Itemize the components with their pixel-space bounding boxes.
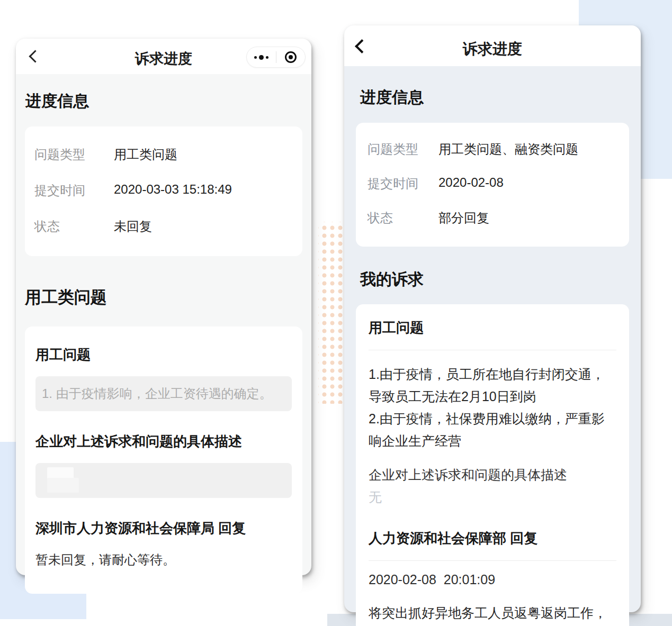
divider (369, 560, 616, 561)
exit-target-icon[interactable] (276, 47, 306, 67)
section-title-progress-info: 进度信息 (356, 66, 629, 108)
progress-info-card: 问题类型 用工类问题、融资类问题 提交时间 2020-02-08 状态 部分回复 (356, 123, 629, 247)
reply-text: 将突出抓好异地务工人员返粤返岗工作，精准摸查招工用工情况，引导节后务工人员分散分… (369, 602, 616, 626)
info-label: 问题类型 (368, 141, 438, 158)
more-icon[interactable] (247, 47, 276, 67)
description-box (35, 463, 292, 498)
reply-text: 暂未回复，请耐心等待。 (35, 551, 292, 568)
labor-issue-card: 用工问题 1. 由于疫情影响，企业工资待遇的确定。 企业对上述诉求和问题的具体描… (25, 326, 302, 594)
info-row-submit-time: 提交时间 2020-03-03 15:18:49 (34, 182, 293, 199)
question-title: 用工问题 (369, 319, 616, 337)
info-value: 2020-03-03 15:18:49 (114, 182, 232, 197)
info-row-type: 问题类型 用工类问题、融资类问题 (368, 141, 617, 158)
divider (369, 350, 616, 350)
reply-time: 2020-02-08 20:01:09 (369, 572, 616, 587)
screenshot-right: 诉求进度 进度信息 问题类型 用工类问题、融资类问题 提交时间 2020-02-… (344, 25, 641, 612)
reply-title: 深圳市人力资源和社会保障局 回复 (35, 519, 292, 538)
info-label: 状态 (368, 210, 438, 226)
progress-info-card: 问题类型 用工类问题 提交时间 2020-03-03 15:18:49 状态 未… (25, 126, 302, 256)
section-title-labor-issues: 用工类问题 (25, 286, 302, 309)
info-label: 提交时间 (34, 182, 114, 199)
question-line: 2.由于疫情，社保费用难以缴纳，严重影响企业生产经营 (369, 407, 616, 452)
section-title-progress-info: 进度信息 (25, 74, 302, 112)
info-row-status: 状态 未回复 (34, 218, 293, 235)
right-page-title: 诉求进度 (344, 39, 641, 59)
page-background: 诉求进度 进度信息 问题类型 用工类问题 提交时间 2020-03-03 15:… (0, 0, 672, 626)
question-input-box: 1. 由于疫情影响，企业工资待遇的确定。 (35, 376, 292, 411)
question-placeholder: 1. 由于疫情影响，企业工资待遇的确定。 (42, 385, 272, 402)
right-navbar: 诉求进度 (344, 25, 641, 66)
section-title-my-appeal: 我的诉求 (356, 269, 629, 291)
description-title: 企业对上述诉求和问题的具体描述 (369, 466, 616, 484)
info-value: 用工类问题 (114, 146, 177, 163)
left-body: 进度信息 问题类型 用工类问题 提交时间 2020-03-03 15:18:49… (16, 74, 311, 594)
question-text: 1.由于疫情，员工所在地自行封闭交通，导致员工无法在2月10日到岗 2.由于疫情… (369, 363, 616, 452)
info-label: 问题类型 (34, 146, 114, 163)
miniapp-capsule (246, 47, 306, 68)
right-body: 进度信息 问题类型 用工类问题、融资类问题 提交时间 2020-02-08 状态… (344, 66, 641, 626)
info-value: 用工类问题、融资类问题 (438, 141, 578, 158)
question-line: 1.由于疫情，员工所在地自行封闭交通，导致员工无法在2月10日到岗 (369, 363, 616, 407)
question-title: 用工问题 (35, 346, 292, 364)
info-value: 2020-02-08 (438, 175, 504, 190)
left-navbar: 诉求进度 (16, 39, 311, 74)
status-value: 未回复 (114, 218, 152, 235)
info-row-submit-time: 提交时间 2020-02-08 (368, 175, 617, 192)
reply-title: 人力资源和社会保障部 回复 (369, 529, 616, 548)
status-value: 部分回复 (438, 210, 489, 226)
description-title: 企业对上述诉求和问题的具体描述 (35, 432, 292, 451)
info-row-type: 问题类型 用工类问题 (34, 146, 293, 163)
redacted-content (42, 463, 285, 498)
description-value: 无 (369, 488, 616, 506)
info-label: 提交时间 (368, 175, 438, 192)
screenshot-left: 诉求进度 进度信息 问题类型 用工类问题 提交时间 2020-03-03 15:… (16, 39, 311, 575)
info-label: 状态 (34, 218, 114, 235)
info-row-status: 状态 部分回复 (368, 210, 617, 226)
appeal-detail-card: 用工问题 1.由于疫情，员工所在地自行封闭交通，导致员工无法在2月10日到岗 2… (356, 304, 629, 626)
